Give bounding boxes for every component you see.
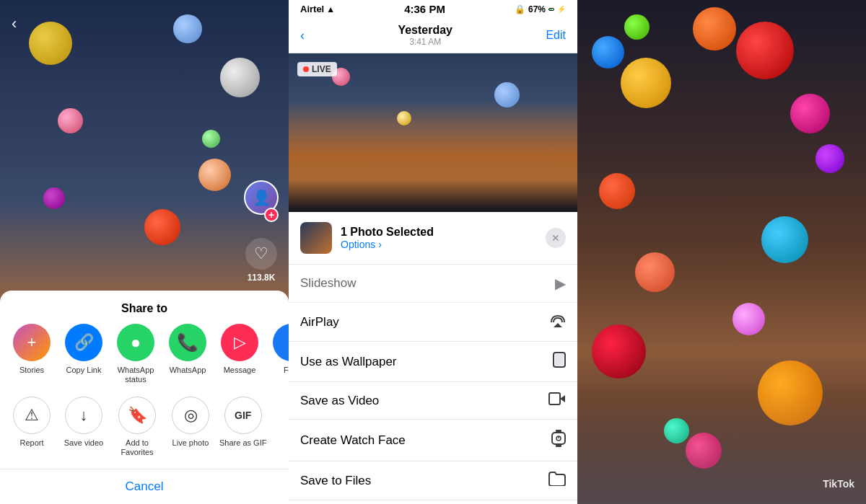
back-button[interactable]: ‹ (12, 14, 17, 33)
live-photo-icon: ◎ (172, 397, 209, 434)
share-item-stories[interactable]: + Stories (6, 324, 58, 384)
status-carrier: Airtel ▲ (300, 4, 335, 14)
purple-ball (815, 144, 844, 173)
charging-icon: ⚡ (557, 5, 566, 13)
save-files-text: Save to Files (300, 474, 371, 488)
battery-text: 67% (528, 4, 546, 14)
share-sheet-info: 1 Photo Selected Options › (341, 226, 546, 250)
decorative-ball (173, 14, 202, 43)
share-item-whatsapp-status[interactable]: ● WhatsApp status (110, 324, 162, 384)
photo-preview: LIVE (289, 53, 577, 212)
close-button[interactable]: ✕ (546, 228, 566, 248)
report-label: Report (19, 438, 43, 448)
menu-item-watch-face[interactable]: Create Watch Face (289, 420, 577, 461)
status-time: 4:36 PM (404, 3, 445, 15)
decorative-ball (494, 82, 520, 107)
red-orange-ball (599, 173, 635, 209)
svg-marker-0 (554, 323, 562, 327)
magenta-ball (732, 303, 765, 335)
share-item-message[interactable]: ▷ Message (214, 324, 266, 384)
menu-item-assign-contact[interactable]: Assign to Contact (289, 500, 577, 504)
nav-title: Yesterday (398, 24, 452, 37)
menu-item-airplay[interactable]: AirPlay (289, 303, 577, 342)
save-video-icon (548, 392, 566, 409)
share-title: Share to (0, 291, 289, 324)
share-item-report[interactable]: ⚠ Report (6, 397, 58, 457)
wallpaper-icon (553, 352, 566, 371)
share-item-gif[interactable]: GIF Share as GIF (216, 397, 269, 457)
nav-subtitle: 3:41 AM (398, 37, 452, 47)
share-item-add-favorites[interactable]: 🔖 Add to Favorites (110, 397, 165, 457)
nav-edit-button[interactable]: Edit (546, 29, 566, 42)
menu-item-wallpaper[interactable]: Use as Wallpaper (289, 342, 577, 382)
add-favorites-icon: 🔖 (118, 397, 156, 434)
cyan-ball (761, 216, 808, 263)
options-button[interactable]: Options › (341, 239, 546, 250)
stories-label: Stories (19, 366, 44, 375)
salmon-ball (635, 252, 675, 292)
message-icon: ▷ (221, 324, 258, 361)
more-share-label: Fa... (284, 366, 289, 375)
green-ball (624, 14, 650, 40)
watch-face-icon (551, 430, 566, 451)
watch-face-text: Create Watch Face (300, 433, 406, 448)
like-section: ♡ 113.8K (245, 238, 277, 283)
svg-rect-3 (549, 393, 560, 404)
share-sheet-thumbnail (300, 222, 332, 254)
menu-item-save-files[interactable]: Save to Files (289, 461, 577, 500)
slideshow-text: Slideshow (300, 276, 357, 291)
orange-ball (693, 7, 736, 50)
nav-back-button[interactable]: ‹ (300, 28, 305, 43)
crimson-ball (592, 324, 646, 379)
decorative-ball (144, 209, 180, 245)
follow-button[interactable]: + (264, 208, 279, 222)
gif-label: Share as GIF (219, 438, 266, 448)
share-item-save-video[interactable]: ↓ Save video (58, 397, 110, 457)
share-sheet: Share to + Stories 🔗 Copy Link ● (0, 291, 289, 504)
share-item-copy-link[interactable]: 🔗 Copy Link (58, 324, 110, 384)
like-button[interactable]: ♡ (245, 238, 277, 270)
wifi-icon: ▲ (326, 4, 335, 14)
share-item-more[interactable]: f Fa... (266, 324, 289, 384)
whatsapp-label: WhatsApp (170, 366, 206, 375)
share-sheet-container: 1 Photo Selected Options › ✕ Slideshow ▶… (289, 212, 577, 504)
nav-title-area: Yesterday 3:41 AM (398, 24, 452, 47)
decorative-ball (29, 22, 72, 65)
share-item-live-photo[interactable]: ◎ Live photo (165, 397, 216, 457)
nav-bar: ‹ Yesterday 3:41 AM Edit (289, 18, 577, 53)
cancel-button[interactable]: Cancel (0, 469, 289, 504)
carrier-text: Airtel (300, 4, 324, 14)
menu-item-slideshow[interactable]: Slideshow ▶ (289, 265, 577, 303)
live-photo-label: Live photo (172, 438, 209, 448)
svg-marker-4 (560, 395, 565, 402)
airplay-icon (550, 313, 566, 331)
whatsapp-icon: 📞 (169, 324, 206, 361)
like-count: 113.8K (248, 273, 276, 283)
live-badge: LIVE (297, 62, 337, 76)
decorative-ball (220, 58, 260, 97)
live-text: LIVE (312, 64, 331, 74)
tiktok-panel: ‹ 👤 + ♡ 113.8K Share to + Stories 🔗 Copy… (0, 0, 289, 504)
stories-icon: + (13, 324, 51, 361)
share-actions-row: ⚠ Report ↓ Save video 🔖 Add to Favorites… (0, 397, 289, 469)
photo-count: 1 Photo Selected (341, 226, 546, 239)
report-icon: ⚠ (13, 397, 51, 434)
airplay-text: AirPlay (300, 315, 339, 330)
options-label: Options › (341, 239, 382, 250)
red-ball (736, 22, 794, 79)
share-item-whatsapp[interactable]: 📞 WhatsApp (162, 324, 214, 384)
live-dot (303, 66, 309, 72)
photo-gradient (289, 125, 577, 212)
copy-link-icon: 🔗 (65, 324, 102, 361)
battery-icon (548, 8, 554, 11)
tiktok-logo: TikTok (823, 478, 854, 490)
decorative-ball (397, 111, 411, 125)
decorative-ball (198, 159, 231, 191)
save-video-icon: ↓ (65, 397, 102, 434)
menu-item-save-video[interactable]: Save as Video (289, 382, 577, 420)
wallpaper-text: Use as Wallpaper (300, 355, 397, 369)
svg-rect-2 (555, 354, 564, 366)
add-favorites-label: Add to Favorites (113, 438, 162, 457)
share-sheet-header: 1 Photo Selected Options › ✕ (289, 212, 577, 265)
message-label: Message (224, 366, 256, 375)
